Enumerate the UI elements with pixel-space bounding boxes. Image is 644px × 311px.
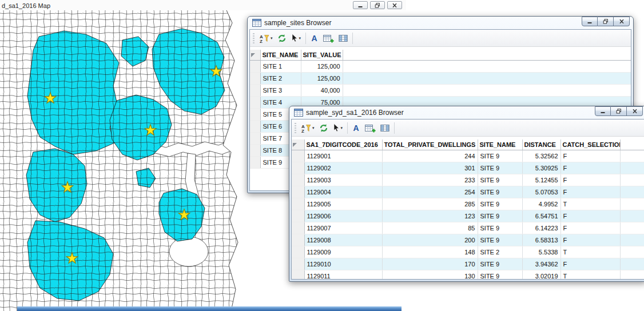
cell-distance[interactable]: 3.94362	[522, 258, 560, 270]
text-style-button[interactable]: A	[308, 31, 321, 45]
cell-distance[interactable]: 5.30925	[522, 162, 560, 174]
row-selector[interactable]	[250, 132, 260, 144]
cell-dwellings[interactable]: 148	[382, 246, 478, 258]
row-selector[interactable]	[292, 198, 304, 210]
row-selector[interactable]	[292, 174, 304, 186]
table-row[interactable]: 112900785SITE 96.14223F	[292, 222, 644, 234]
cell-sa1-code[interactable]: 1129005	[304, 198, 382, 210]
cell-distance[interactable]: 6.14223	[522, 222, 560, 234]
taskbar-fragment[interactable]	[17, 306, 401, 311]
cell-catch-selection[interactable]: F	[560, 222, 620, 234]
row-selector[interactable]	[292, 222, 304, 234]
table-row[interactable]: 1129005285SITE 94.9952T	[292, 198, 644, 210]
cell-distance[interactable]: 5.32562	[522, 150, 560, 162]
row-selector[interactable]	[292, 150, 304, 162]
cell-sa1-code[interactable]: 1129001	[304, 150, 382, 162]
cell-catch-selection[interactable]: F	[560, 150, 620, 162]
refresh-button[interactable]	[317, 121, 331, 135]
restore-button[interactable]	[611, 106, 627, 116]
map-titlebar[interactable]: d_sa1_2016 Map	[0, 0, 406, 10]
row-selector[interactable]	[250, 60, 260, 72]
cell-dwellings[interactable]: 244	[382, 150, 478, 162]
select-all-corner[interactable]	[292, 139, 304, 150]
cell-sa1-code[interactable]: 1129008	[304, 234, 382, 246]
cell-distance[interactable]: 5.07053	[522, 186, 560, 198]
column-header-site-value[interactable]: SITE_VALUE	[301, 50, 343, 60]
table-row[interactable]: 1129004254SITE 95.07053F	[292, 186, 644, 198]
refresh-button[interactable]	[275, 31, 289, 45]
cell-catch-selection[interactable]: F	[560, 258, 620, 270]
cell-distance[interactable]: 6.54751	[522, 210, 560, 222]
cell-catch-selection[interactable]: F	[560, 174, 620, 186]
column-header-catch-selection[interactable]: CATCH_SELECTION	[560, 139, 620, 150]
row-selector[interactable]	[292, 162, 304, 174]
cell-dwellings[interactable]: 285	[382, 198, 478, 210]
cell-site-name[interactable]: SITE 2	[260, 72, 301, 84]
text-style-button[interactable]: A	[350, 121, 363, 135]
sort-filter-button[interactable]: AZ ▾	[257, 31, 275, 45]
cell-sa1-code[interactable]: 1129011	[304, 270, 382, 280]
minimize-button[interactable]	[353, 1, 368, 9]
row-selector[interactable]	[250, 72, 260, 84]
minimize-button[interactable]	[595, 106, 611, 116]
row-selector[interactable]	[250, 84, 260, 96]
table-row[interactable]: 1129009148SITE 25.5338T	[292, 246, 644, 258]
table-row[interactable]: 1129010170SITE 93.94362F	[292, 258, 644, 270]
cell-sa1-code[interactable]: 1129006	[304, 210, 382, 222]
cell-distance[interactable]: 3.02019	[522, 270, 560, 280]
cell-sa1-code[interactable]: 1129003	[304, 174, 382, 186]
column-header-distance[interactable]: DISTANCE	[522, 139, 560, 150]
cell-distance[interactable]: 4.9952	[522, 198, 560, 210]
column-header-dwellings[interactable]: TOTAL_PRIVATE_DWELLINGS	[382, 139, 478, 150]
close-button[interactable]	[614, 17, 630, 26]
cell-site-name[interactable]: SITE 9	[478, 186, 522, 198]
row-selector[interactable]	[292, 270, 304, 280]
row-selector[interactable]	[292, 258, 304, 270]
cell-sa1-code[interactable]: 1129010	[304, 258, 382, 270]
cell-distance[interactable]: 5.12455	[522, 174, 560, 186]
cell-dwellings[interactable]: 85	[382, 222, 478, 234]
row-selector[interactable]	[250, 108, 260, 120]
cell-site-value[interactable]: 125,000	[301, 60, 343, 72]
cell-site-value[interactable]: 40,000	[301, 84, 343, 96]
pick-fields-button[interactable]	[336, 31, 350, 45]
append-rows-button[interactable]	[363, 121, 378, 135]
cell-dwellings[interactable]: 301	[382, 162, 478, 174]
column-header-site-name[interactable]: SITE_NAME	[478, 139, 522, 150]
row-selector[interactable]	[250, 144, 260, 156]
cell-site-name[interactable]: SITE 3	[260, 84, 301, 96]
row-selector[interactable]	[250, 156, 260, 168]
table-row[interactable]: SITE 2125,000	[250, 72, 631, 84]
table-row[interactable]: SITE 1125,000	[250, 60, 631, 72]
select-all-corner[interactable]	[250, 50, 260, 60]
row-selector[interactable]	[250, 96, 260, 108]
sort-filter-button[interactable]: AZ ▾	[299, 121, 317, 135]
cell-site-name[interactable]: SITE 9	[478, 174, 522, 186]
cell-sa1-code[interactable]: 1129009	[304, 246, 382, 258]
restore-button[interactable]	[370, 1, 385, 9]
restore-button[interactable]	[598, 17, 614, 26]
cell-site-name[interactable]: SITE 9	[478, 150, 522, 162]
append-rows-button[interactable]	[321, 31, 336, 45]
cell-catch-selection[interactable]: F	[560, 210, 620, 222]
cell-catch-selection[interactable]: T	[560, 246, 620, 258]
cell-site-name[interactable]: SITE 1	[260, 60, 301, 72]
cell-dwellings[interactable]: 130	[382, 270, 478, 280]
column-header-site-name[interactable]: SITE_NAME	[260, 50, 301, 60]
cell-catch-selection[interactable]: F	[560, 162, 620, 174]
cell-sa1-code[interactable]: 1129007	[304, 222, 382, 234]
cell-catch-selection[interactable]: T	[560, 198, 620, 210]
row-selector[interactable]	[250, 120, 260, 132]
cell-site-name[interactable]: SITE 9	[478, 222, 522, 234]
table-row[interactable]: 1129011130SITE 93.02019T	[292, 270, 644, 280]
cell-dwellings[interactable]: 200	[382, 234, 478, 246]
cell-site-name[interactable]: SITE 2	[478, 246, 522, 258]
select-tool-button[interactable]: ▾	[331, 121, 345, 135]
table-row[interactable]: SITE 340,000	[250, 84, 631, 96]
row-selector[interactable]	[292, 186, 304, 198]
row-selector[interactable]	[292, 210, 304, 222]
table-row[interactable]: 1129003233SITE 95.12455F	[292, 174, 644, 186]
cell-site-name[interactable]: SITE 9	[478, 270, 522, 280]
titlebar[interactable]: sample_syd_sa1_2016 Browser	[291, 106, 644, 119]
row-selector[interactable]	[292, 246, 304, 258]
